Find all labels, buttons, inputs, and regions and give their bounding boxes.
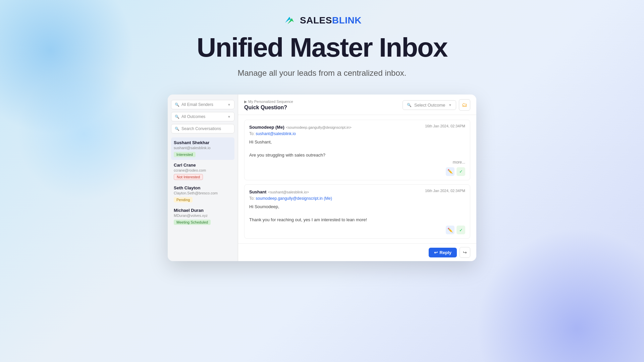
message-sender-1: Sushant <sushant@salesblink.io> [249,189,309,195]
message-body-1: Hi Soumodeep,Thank you for reaching out,… [249,203,465,223]
sidebar: 🔍 All Email Senders ▼ 🔍 All Outcomes ▼ 🔍… [168,95,238,261]
subtitle: Manage all your leads from a centralized… [238,68,407,78]
message-actions-0: ✏️ ✓ [249,167,465,176]
message-date-1: 16th Jan 2024, 02:34PM [425,189,465,193]
search-icon-sm: 🔍 [175,103,179,107]
message-date-0: 16th Jan 2024, 02:34PM [425,124,465,128]
contact-list: Sushant Shekhar sushant@salesblink.io In… [171,137,234,228]
contact-email: ccrane@rodeo.com [174,168,232,172]
contact-email: Clayton.Seth@bresco.com [174,191,232,195]
message-sender-0: Soumodeep (Me) <soumodeep.gangully@desig… [249,124,352,130]
contact-item-carl[interactable]: Carl Crane ccrane@rodeo.com Not Interest… [171,160,234,183]
reply-label: Reply [440,250,451,255]
panel-title-area: ▶ My Personalized Sequence Quick Questio… [244,100,293,111]
panel-title: Quick Question? [244,105,293,111]
main-panel: ▶ My Personalized Sequence Quick Questio… [238,95,476,261]
outcome-area: 🔍 Select Outcome ▼ 🗂 [402,99,470,111]
chevron-down-icon2: ▼ [227,115,231,119]
edit-icon-btn-1[interactable]: ✏️ [446,226,454,234]
forward-icon: ↪ [463,250,467,255]
contact-name: Seth Clayton [174,185,232,190]
message-card-0: Soumodeep (Me) <soumodeep.gangully@desig… [244,120,470,180]
main-title: Unified Master Inbox [197,34,447,62]
select-outcome-dropdown[interactable]: 🔍 Select Outcome ▼ [402,100,456,110]
reply-area: ↩ Reply ↪ [238,243,476,261]
messages-area: Soumodeep (Me) <soumodeep.gangully@desig… [238,115,476,243]
search-conversations-box[interactable]: 🔍 Search Conversations [171,124,234,133]
message-body-0: Hi Sushant,Are you struggling with sales… [249,139,465,159]
all-email-senders-label: All Email Senders [181,102,213,107]
status-badge-pending: Pending [174,197,193,202]
outcome-placeholder: Select Outcome [414,103,445,108]
forward-button[interactable]: ↪ [460,247,470,258]
sequence-label: ▶ My Personalized Sequence [244,100,293,104]
chevron-down-icon: ▼ [227,103,231,107]
message-to-0: To: sushant@salesblink.io [249,131,465,136]
chevron-down-icon3: ▼ [448,103,452,107]
contact-email: sushant@salesblink.io [174,146,232,150]
reply-icon: ↩ [434,250,438,255]
sequence-icon: ▶ [244,100,247,104]
contact-item-seth[interactable]: Seth Clayton Clayton.Seth@bresco.com Pen… [171,183,234,205]
message-to-email-1[interactable]: soumodeep.gangully@designscript.in (Me) [256,196,332,201]
check-icon-btn-1[interactable]: ✓ [457,226,465,234]
all-outcomes-dropdown[interactable]: 🔍 All Outcomes ▼ [171,112,234,121]
contact-name: Michael Duran [174,208,232,213]
status-badge-not-interested: Not Interested [174,174,203,180]
message-to-email-0[interactable]: sushant@salesblink.io [256,131,296,136]
app-window: 🔍 All Email Senders ▼ 🔍 All Outcomes ▼ 🔍… [168,95,476,261]
contact-email: MDuran@volves.xyz [174,214,232,218]
all-email-senders-dropdown[interactable]: 🔍 All Email Senders ▼ [171,100,234,109]
search-icon-conv: 🔍 [175,127,179,131]
status-badge-interested: Interested [174,152,196,157]
contact-name: Carl Crane [174,163,232,168]
logo-area: SALESBLINK [282,13,362,27]
status-badge-meeting: Meeting Scheduled [174,220,211,225]
contact-item-michael[interactable]: Michael Duran MDuran@volves.xyz Meeting … [171,205,234,228]
reply-button[interactable]: ↩ Reply [429,248,457,257]
archive-icon: 🗂 [462,102,467,108]
contact-item-sushant[interactable]: Sushant Shekhar sushant@salesblink.io In… [171,137,234,160]
message-more-0: more... [249,160,465,165]
edit-icon-btn-0[interactable]: ✏️ [446,167,454,176]
search-icon-outcome: 🔍 [407,103,412,107]
archive-button[interactable]: 🗂 [459,99,470,111]
message-card-1: Sushant <sushant@salesblink.io> 16th Jan… [244,184,470,239]
check-icon-btn-0[interactable]: ✓ [457,167,465,176]
logo-sales: SALES [300,15,332,25]
message-to-1: To: soumodeep.gangully@designscript.in (… [249,196,465,201]
search-conversations-label: Search Conversations [181,126,221,131]
message-header-0: Soumodeep (Me) <soumodeep.gangully@desig… [249,124,465,130]
contact-name: Sushant Shekhar [174,140,232,145]
all-outcomes-label: All Outcomes [181,114,205,119]
search-icon-sm2: 🔍 [175,115,179,119]
logo-blink: BLINK [332,15,362,25]
salesblink-logo-icon [282,13,297,27]
sequence-name: My Personalized Sequence [248,100,293,104]
message-header-1: Sushant <sushant@salesblink.io> 16th Jan… [249,189,465,195]
panel-header: ▶ My Personalized Sequence Quick Questio… [238,95,476,115]
message-actions-1: ✏️ ✓ [249,226,465,234]
